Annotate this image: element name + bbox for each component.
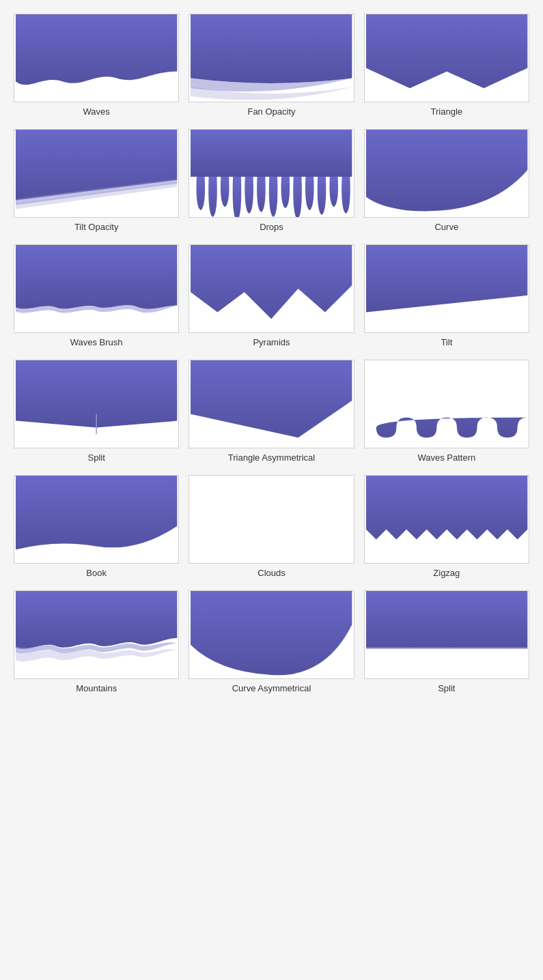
shape-item-clouds[interactable]: Clouds xyxy=(189,475,354,578)
shape-card-triangle xyxy=(364,14,529,102)
shape-item-drops[interactable]: Drops xyxy=(189,129,354,232)
shape-card-split2 xyxy=(364,590,529,679)
shape-card-waves-pattern xyxy=(364,360,529,448)
shape-label-triangle: Triangle xyxy=(431,106,462,117)
shape-card-tilt-opacity xyxy=(14,129,179,218)
shape-label-drops: Drops xyxy=(260,222,283,232)
shape-item-waves[interactable]: Waves xyxy=(14,14,179,117)
shape-card-mountains xyxy=(14,590,179,679)
shape-item-triangle-asymmetrical[interactable]: Triangle Asymmetrical xyxy=(189,360,354,463)
shape-label-tilt: Tilt xyxy=(441,337,452,347)
shape-item-waves-pattern[interactable]: Waves Pattern xyxy=(364,360,529,463)
shape-label-split: Split xyxy=(88,452,105,463)
shape-card-clouds xyxy=(189,475,354,564)
shape-label-waves: Waves xyxy=(83,106,110,117)
shape-item-zigzag[interactable]: Zigzag xyxy=(364,475,529,578)
shape-item-split[interactable]: Split xyxy=(14,360,179,463)
shape-item-split2[interactable]: Split xyxy=(364,590,529,693)
shape-label-split2: Split xyxy=(438,683,455,693)
shape-item-curve[interactable]: Curve xyxy=(364,129,529,232)
shape-item-curve-asymmetrical[interactable]: Curve Asymmetrical xyxy=(189,590,354,693)
shape-card-curve xyxy=(364,129,529,218)
shape-label-clouds: Clouds xyxy=(257,568,285,578)
shape-label-curve: Curve xyxy=(434,222,458,232)
shape-label-waves-pattern: Waves Pattern xyxy=(417,452,475,463)
shape-grid: WavesFan OpacityTriangleTilt OpacityDrop… xyxy=(7,7,536,700)
shape-card-drops xyxy=(189,129,354,218)
shape-label-pyramids: Pyramids xyxy=(253,337,290,347)
shape-item-tilt-opacity[interactable]: Tilt Opacity xyxy=(14,129,179,232)
shape-card-waves-brush xyxy=(14,244,179,333)
shape-label-triangle-asymmetrical: Triangle Asymmetrical xyxy=(228,452,315,463)
shape-card-book xyxy=(14,475,179,564)
shape-item-waves-brush[interactable]: Waves Brush xyxy=(14,244,179,347)
shape-card-tilt xyxy=(364,244,529,333)
shape-card-split xyxy=(14,360,179,448)
shape-item-tilt[interactable]: Tilt xyxy=(364,244,529,347)
shape-card-pyramids xyxy=(189,244,354,333)
shape-label-book: Book xyxy=(86,568,107,578)
shape-item-mountains[interactable]: Mountains xyxy=(14,590,179,693)
shape-label-tilt-opacity: Tilt Opacity xyxy=(74,222,119,232)
shape-card-fan-opacity xyxy=(189,14,354,102)
shape-label-waves-brush: Waves Brush xyxy=(70,337,123,347)
shape-item-book[interactable]: Book xyxy=(14,475,179,578)
shape-card-curve-asymmetrical xyxy=(189,590,354,679)
shape-label-curve-asymmetrical: Curve Asymmetrical xyxy=(232,683,311,693)
shape-label-mountains: Mountains xyxy=(76,683,117,693)
shape-item-pyramids[interactable]: Pyramids xyxy=(189,244,354,347)
shape-item-fan-opacity[interactable]: Fan Opacity xyxy=(189,14,354,117)
shape-card-waves xyxy=(14,14,179,102)
shape-label-fan-opacity: Fan Opacity xyxy=(247,106,295,117)
shape-card-triangle-asymmetrical xyxy=(189,360,354,448)
shape-label-zigzag: Zigzag xyxy=(433,568,460,578)
shape-card-zigzag xyxy=(364,475,529,564)
shape-item-triangle[interactable]: Triangle xyxy=(364,14,529,117)
